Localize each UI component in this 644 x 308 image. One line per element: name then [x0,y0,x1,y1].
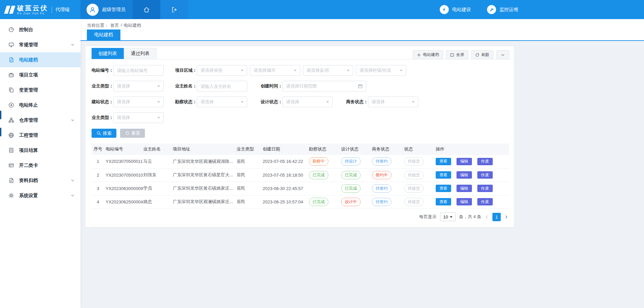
build-status-select[interactable]: 请选择 [113,97,164,107]
edit-button[interactable]: 编辑 [457,185,472,192]
filter-row-1: 电站编号： 项目区域： 请选择省份 请选择城市 请选择县/区 请选择村镇/街道 [92,65,514,76]
edit-button[interactable]: 编辑 [457,198,472,205]
void-button[interactable]: 作废 [477,198,493,205]
owner-name-input[interactable] [197,81,247,91]
county-placeholder: 请选择县/区 [307,67,330,73]
sidebar-item-change-mgmt[interactable]: 变更管理 [0,82,80,98]
province-select[interactable]: 请选择省份 [197,65,247,76]
sidebar-item-engineering-mgmt[interactable]: 工程管理 [0,128,80,143]
station-code-input[interactable] [113,65,164,76]
owner-type-select[interactable]: 请选择 [113,81,164,91]
sidebar-item-type2-card[interactable]: 开二类卡 [0,158,80,173]
caret-down-icon [157,85,160,87]
nav-station-build[interactable]: 电站建设 [440,5,471,14]
view-button[interactable]: 查看 [436,158,451,165]
design-status-select[interactable]: 请选择 [282,97,333,107]
sidebar-item-console[interactable]: 控制台 [0,22,80,37]
chevron-down-icon [71,194,74,197]
table-header-row: 序号 电站编号 业主姓名 项目地址 业主类型 创建日期 勘察状态 设计状态 商务… [92,143,509,155]
breadcrumb-home-link[interactable]: 首页 [110,22,119,28]
status-badge: 已完成 [341,184,361,193]
reset-button[interactable]: 重置 [120,129,145,138]
cell-seq: 1 [92,155,106,168]
page-size-select[interactable]: 10 [440,212,456,221]
page-tab-station-filing[interactable]: 电站建档 [87,29,120,40]
cell-owner: 刘强东 [143,168,173,182]
nav-station-build-label: 电站建设 [452,7,471,13]
cell-owner: 学员 [143,182,173,195]
user-name: 超级管理员 [102,7,125,13]
tab-create-list[interactable]: 创建列表 [92,48,124,59]
total-count-label: 条，共 4 条 [459,214,481,220]
owner-type-label: 业主类型： [92,83,113,89]
sidebar-item-general-mgmt[interactable]: 常规管理 [0,37,80,52]
sidebar-item-label: 开二类卡 [19,163,38,169]
cell-survey: 已完成 [309,195,341,208]
logo-text: 破茧云伏 Po Jian Yun Fu [17,4,48,15]
breadcrumb: 当前位置： 首页 / 电站建档 [80,19,644,28]
wrench-icon [487,5,496,14]
city-select[interactable]: 请选择城市 [250,65,300,76]
create-time-label: 创建时间： [261,83,282,89]
logo-icon [5,6,14,14]
cell-address: 广东深圳龙华区观澜镇姚家庄... [173,195,236,208]
owner-type2-select[interactable]: 请选择 [113,112,164,123]
edit-button[interactable]: 编辑 [457,171,472,179]
void-button[interactable]: 作废 [477,171,493,179]
page-1-button[interactable]: 1 [492,213,501,221]
search-button[interactable]: 搜索 [92,129,116,138]
collapse-panel-button[interactable] [496,50,509,59]
col-created: 创建日期 [263,143,309,155]
prev-page-button[interactable] [485,215,489,219]
refresh-button[interactable]: 刷新 [471,50,493,59]
tab-passed-list[interactable]: 通过列表 [124,48,157,59]
app-subtitle: Po Jian Yun Fu [17,12,48,15]
date-range-picker[interactable]: 请选择日期范围 [282,81,366,91]
sidebar-item-warehouse-mgmt[interactable]: 仓库管理 [0,113,80,128]
sidebar-item-project-settlement[interactable]: 项目结算 [0,143,80,158]
status-badge: 待签约 [372,157,391,166]
build-status-placeholder: 请选择 [117,99,130,105]
cell-type: 居民 [236,155,263,168]
edit-button[interactable]: 编辑 [457,158,472,165]
reset-label: 重置 [131,130,140,136]
status-badge: 待提交 [404,184,424,193]
sidebar-item-system-settings[interactable]: 系统设置 [0,188,80,203]
town-select[interactable]: 请选择村镇/街道 [356,65,406,76]
view-button[interactable]: 查看 [436,171,451,179]
sidebar-item-project-initiation[interactable]: 项目立项 [0,67,80,82]
sidebar-item-station-filing[interactable]: 电站建档 [0,52,80,67]
cell-design: 待设计 [341,155,372,168]
cell-survey: 已完成 [309,168,341,182]
cell-owner: 姚忠 [143,195,173,208]
search-icon [97,131,101,135]
business-status-select[interactable]: 请选择 [368,97,418,107]
fullscreen-button[interactable]: 全屏 [446,50,468,59]
caret-down-icon [347,70,350,71]
sidebar-item-label: 电站终止 [19,102,38,108]
caret-down-icon [400,70,402,71]
void-button[interactable]: 作废 [477,158,493,165]
logout-button[interactable] [160,0,188,19]
cell-code: YX2023070500011 [106,155,143,168]
void-button[interactable]: 作废 [477,185,493,192]
caret-down-icon [326,101,329,103]
view-button[interactable]: 查看 [436,198,451,205]
survey-status-select[interactable]: 请选择 [197,97,247,107]
user-menu[interactable]: 超级管理员 [80,0,133,19]
filter-row-3: 建站状态： 请选择 勘察状态： 请选择 设计状态： 请选择 商务状态： 请选择 [92,97,514,107]
home-button[interactable] [133,0,160,19]
sidebar-item-station-termination[interactable]: 电站终止 [0,98,80,113]
cell-code: YX2023063000009 [106,182,143,195]
next-page-button[interactable] [504,215,508,219]
county-select[interactable]: 请选择县/区 [303,65,353,76]
view-button[interactable]: 查看 [436,185,451,192]
sidebar-item-data-archive[interactable]: 资料归档 [0,173,80,188]
nav-monitor-ops[interactable]: 监控运维 [487,5,518,14]
owner-type2-label: 业主类型： [92,115,113,121]
add-station-button[interactable]: 电站建档 [413,50,443,59]
status-badge: 设计中 [341,198,361,206]
filter-row-4: 业主类型： 请选择 [92,112,514,123]
caret-down-icon [412,101,415,103]
cell-created: 2023-06-30 22:45:57 [263,182,309,195]
